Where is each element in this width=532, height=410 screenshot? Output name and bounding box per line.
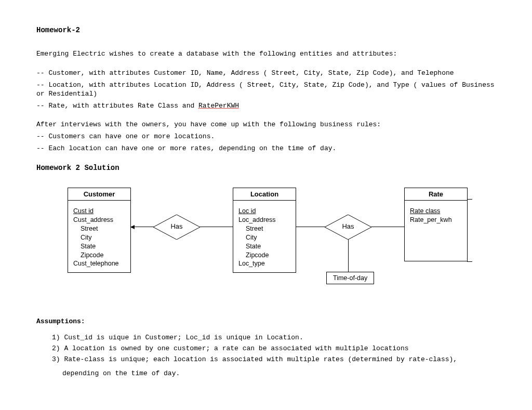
entity-rate-title: Rate (405, 188, 467, 201)
rules-intro: After interviews with the owners, you ha… (36, 121, 496, 129)
bullet-rate: -- Rate, with attributes Rate Class and … (36, 102, 496, 111)
attr-loc-state: State (238, 242, 290, 251)
assumption-2: 2) A location is owned by one customer; … (52, 343, 496, 354)
relationship-has-2-label: Has (325, 222, 371, 230)
bullet-location: -- Location, with attributes Location ID… (36, 81, 496, 99)
attr-loc-id: Loc id (238, 207, 290, 216)
entity-rate: Rate Rate class Rate_per_kwh (404, 188, 468, 261)
er-diagram: Customer Cust id Cust_address Street Cit… (36, 188, 496, 302)
tick-rate-bottom (467, 261, 472, 262)
entity-customer-title: Customer (68, 188, 130, 201)
bullet-rate-prefix: -- Rate, with attributes Rate Class and (36, 102, 198, 110)
assumption-3-cont: depending on the time of day. (62, 368, 496, 379)
assumption-1: 1) Cust_id is uique in Customer; Loc_id … (52, 333, 496, 343)
attr-cust-telephone: Cust_telephone (73, 259, 125, 268)
solution-title: Homework 2 Solution (36, 164, 496, 172)
assumption-3: 3) Rate-class is unique; each location i… (52, 354, 496, 365)
edge-location-has2 (296, 227, 327, 227)
page-title: Homework-2 (36, 26, 496, 34)
attr-cust-city: City (73, 233, 125, 242)
assumptions-heading: Assumptions: (36, 318, 496, 325)
assumptions-list: 1) Cust_id is uique in Customer; Loc_id … (52, 333, 496, 379)
rateperkwh-text: RatePerKWH (198, 102, 239, 110)
attr-loc-zip: Zipcode (238, 251, 290, 260)
attr-loc-street: Street (238, 224, 290, 233)
edge-has2-rate (371, 227, 404, 227)
attr-cust-zip: Zipcode (73, 251, 125, 260)
attr-cust-state: State (73, 242, 125, 251)
attr-loc-address: Loc_address (238, 216, 290, 224)
relationship-has-1: Has (153, 215, 200, 240)
attr-loc-city: City (238, 233, 290, 242)
edge-has2-timeofday (348, 240, 349, 272)
entity-location: Location Loc id Loc_address Street City … (233, 188, 296, 273)
attr-cust-street: Street (73, 224, 125, 233)
intro-paragraph: Emerging Electric wishes to create a dat… (36, 50, 496, 59)
attr-cust-id: Cust id (73, 207, 125, 216)
relationship-has-2: Has (325, 215, 371, 240)
attr-loc-type: Loc_type (238, 259, 290, 268)
rule-2: -- Each location can have one or more ra… (36, 144, 496, 153)
bullet-customer: -- Customer, with attributes Customer ID… (36, 69, 496, 78)
attr-rate-class: Rate class (410, 207, 462, 216)
edge-has-location (200, 227, 233, 227)
attribute-time-of-day: Time-of-day (326, 272, 374, 284)
tick-rate-top (467, 199, 472, 200)
attr-rate-per-kwh: Rate_per_kwh (410, 216, 462, 224)
entity-location-title: Location (233, 188, 296, 201)
rule-1: -- Customers can have one or more locati… (36, 133, 496, 141)
relationship-has-1-label: Has (153, 222, 200, 230)
entity-customer: Customer Cust id Cust_address Street Cit… (68, 188, 131, 273)
arrowhead-to-customer-icon (130, 225, 135, 229)
attr-cust-address: Cust_address (73, 216, 125, 224)
